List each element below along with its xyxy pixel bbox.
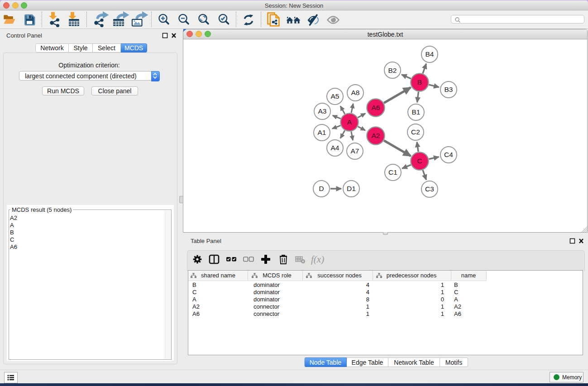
svg-text:A6: A6 [454,310,461,317]
svg-text:C2: C2 [411,128,420,136]
svg-text:A8: A8 [351,89,360,96]
svg-text:0: 0 [441,296,444,303]
svg-text:1: 1 [441,303,444,310]
svg-text:1: 1 [441,289,444,295]
svg-text:successor nodes: successor nodes [317,272,362,279]
svg-text:connector: connector [253,310,280,317]
svg-text:1: 1 [441,281,444,288]
svg-text:predecessor nodes: predecessor nodes [387,272,437,279]
svg-text:MCDS role: MCDS role [263,272,292,279]
svg-text:dominator: dominator [253,296,280,303]
svg-text:A2: A2 [372,132,380,139]
svg-text:4: 4 [366,289,369,295]
svg-text:C: C [417,157,422,165]
svg-text:A4: A4 [331,144,339,152]
svg-text:8: 8 [366,296,369,303]
svg-text:B1: B1 [412,108,421,116]
svg-text:A: A [192,296,196,303]
svg-text:f(x): f(x) [311,254,324,265]
svg-text:B2: B2 [388,67,397,74]
svg-text:A6: A6 [372,104,380,111]
svg-text:C4: C4 [444,151,453,158]
svg-text:connector: connector [253,303,280,310]
svg-text:C: C [192,289,196,295]
svg-text:D: D [319,185,324,192]
svg-text:dominator: dominator [253,281,280,288]
svg-text:B: B [192,281,196,288]
svg-text:B: B [454,281,458,288]
svg-text:dominator: dominator [253,289,280,295]
svg-text:A3: A3 [318,107,327,115]
svg-text:A2: A2 [454,303,461,310]
svg-text:A5: A5 [331,92,339,100]
svg-text:D1: D1 [347,185,356,192]
svg-text:1: 1 [441,310,444,317]
svg-text:A2: A2 [192,303,200,310]
svg-text:B: B [417,78,422,86]
svg-text:A6: A6 [192,310,200,317]
svg-text:C: C [454,289,458,295]
svg-text:name: name [461,272,476,279]
svg-text:A1: A1 [318,129,326,136]
svg-text:1: 1 [366,310,369,317]
svg-text:A: A [347,118,352,126]
svg-text:B3: B3 [445,86,453,93]
svg-text:C1: C1 [388,168,397,176]
svg-text:A: A [454,296,458,303]
svg-text:4: 4 [366,281,369,288]
svg-text:1: 1 [366,303,369,310]
svg-text:C3: C3 [425,185,434,193]
svg-text:A7: A7 [351,147,359,155]
svg-text:shared name: shared name [201,272,235,279]
svg-text:B4: B4 [425,50,434,58]
